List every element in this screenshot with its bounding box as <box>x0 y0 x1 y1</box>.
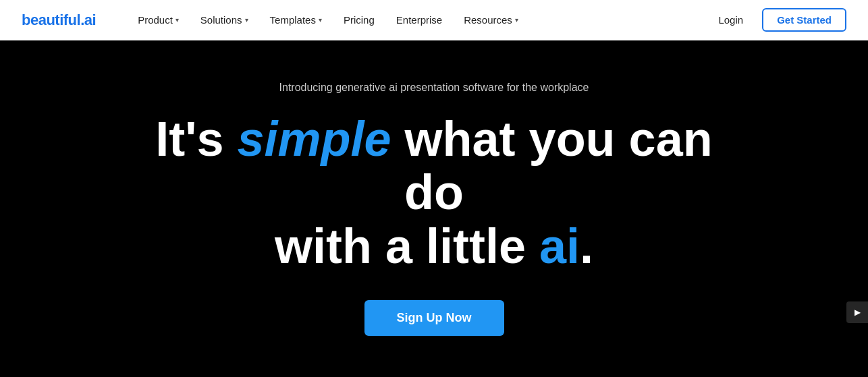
nav-templates[interactable]: Templates ▾ <box>261 10 331 30</box>
signup-button[interactable]: Sign Up Now <box>364 300 504 336</box>
hero-title-part3: with a little <box>275 219 539 273</box>
main-nav: Product ▾ Solutions ▾ Templates ▾ Pricin… <box>128 10 710 30</box>
hero-section: Introducing generative ai presentation s… <box>0 40 868 377</box>
nav-product[interactable]: Product ▾ <box>128 10 188 30</box>
hero-title-simple: simple <box>237 112 391 166</box>
hero-title-ai: ai <box>539 219 580 273</box>
get-started-button[interactable]: Get Started <box>762 8 846 32</box>
hero-subtitle: Introducing generative ai presentation s… <box>279 82 589 94</box>
nav-resources[interactable]: Resources ▾ <box>454 10 528 30</box>
logo-accent: ai <box>84 11 96 28</box>
nav-enterprise[interactable]: Enterprise <box>387 10 452 30</box>
chevron-down-icon: ▾ <box>515 16 518 24</box>
login-button[interactable]: Login <box>710 10 751 30</box>
logo[interactable]: beautiful.ai <box>22 11 96 29</box>
nav-solutions[interactable]: Solutions ▾ <box>191 10 258 30</box>
hero-title: It's simple what you can do with a littl… <box>130 113 738 273</box>
hero-title-period: . <box>580 219 593 273</box>
navbar: beautiful.ai Product ▾ Solutions ▾ Templ… <box>0 0 868 40</box>
video-icon[interactable] <box>846 301 868 323</box>
navbar-actions: Login Get Started <box>710 8 846 32</box>
hero-title-part2: what you can do <box>391 112 713 219</box>
logo-text: beautiful. <box>22 11 84 28</box>
hero-title-part1: It's <box>155 112 237 166</box>
chevron-down-icon: ▾ <box>175 16 179 24</box>
nav-pricing[interactable]: Pricing <box>334 10 384 30</box>
chevron-down-icon: ▾ <box>319 16 322 24</box>
chevron-down-icon: ▾ <box>245 16 248 24</box>
